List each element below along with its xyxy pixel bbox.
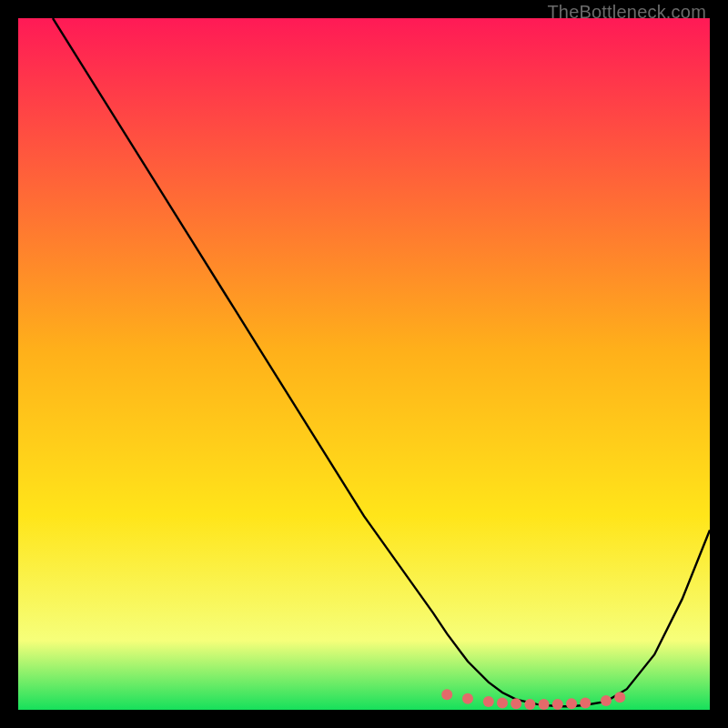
highlight-dot <box>462 693 473 704</box>
gradient-background <box>18 18 710 710</box>
highlight-dot <box>601 695 612 706</box>
highlight-dot <box>441 689 452 700</box>
highlight-dot <box>524 699 535 710</box>
chart-frame <box>18 18 710 710</box>
highlight-dot <box>566 698 577 709</box>
highlight-dot <box>614 692 625 703</box>
bottleneck-chart <box>18 18 710 710</box>
highlight-dot <box>580 697 591 708</box>
highlight-dot <box>483 696 494 707</box>
highlight-dot <box>511 698 521 709</box>
highlight-dot <box>497 697 508 708</box>
highlight-dot <box>539 699 550 710</box>
highlight-dot <box>552 699 563 710</box>
